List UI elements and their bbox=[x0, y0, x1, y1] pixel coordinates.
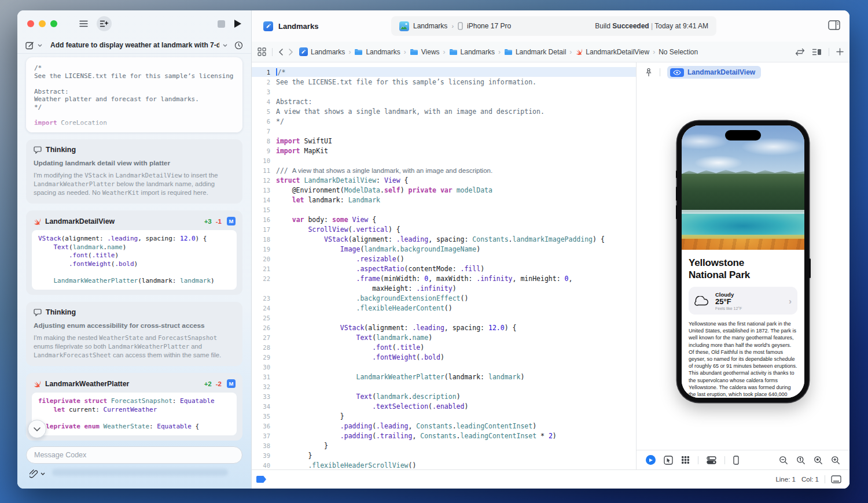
run-button[interactable] bbox=[234, 20, 241, 28]
code-line[interactable]: 14 let landmark: Landmark bbox=[252, 195, 636, 205]
code-line[interactable]: /* bbox=[34, 64, 234, 72]
code-line[interactable]: 37 .padding(.trailing, Constants.leading… bbox=[252, 431, 636, 441]
code-line[interactable]: 16 var body: some View { bbox=[252, 214, 636, 224]
code-line[interactable]: 6*/ bbox=[252, 116, 636, 126]
code-line[interactable]: */ bbox=[34, 103, 234, 112]
code-line[interactable] bbox=[38, 414, 230, 423]
code-line[interactable]: 20 .resizable() bbox=[252, 254, 636, 264]
code-line[interactable]: 4Abstract: bbox=[252, 97, 636, 106]
scheme-selector[interactable]: Landmarks › iPhone 17 Pro Build Succeede… bbox=[391, 16, 716, 36]
attachment-paperclip-icon[interactable] bbox=[30, 469, 38, 478]
code-line[interactable]: 38 } bbox=[252, 441, 636, 450]
device-bezels-icon[interactable] bbox=[733, 456, 739, 465]
project-name[interactable]: Landmarks bbox=[278, 22, 318, 31]
code-line[interactable]: 23 .backgroundExtensionEffect() bbox=[252, 293, 636, 303]
chevron-down-icon[interactable] bbox=[38, 44, 42, 47]
run-destination[interactable]: iPhone 17 Pro bbox=[467, 22, 511, 30]
chevron-down-icon[interactable] bbox=[41, 472, 45, 475]
history-list-icon[interactable] bbox=[76, 16, 91, 31]
code-line[interactable] bbox=[34, 80, 234, 88]
code-line[interactable]: 24 .flexibleHeaderContent() bbox=[252, 303, 636, 313]
scroll-to-bottom-button[interactable] bbox=[28, 420, 46, 438]
quoted-code-card[interactable]: /*See the LICENSE.txt file for this samp… bbox=[26, 57, 242, 132]
code-line[interactable]: 21 .aspectRatio(contentMode: .fill) bbox=[252, 264, 636, 273]
message-input[interactable] bbox=[26, 446, 242, 464]
device-settings-icon[interactable] bbox=[707, 456, 716, 464]
code-line[interactable]: fileprivate enum WeatherState: Equatable… bbox=[38, 423, 230, 431]
code-line[interactable]: 32 bbox=[252, 382, 636, 391]
code-line[interactable]: VStack(alignment: .leading, spacing: 12.… bbox=[38, 235, 230, 243]
code-line[interactable]: 27 Text(landmark.name) bbox=[252, 332, 636, 342]
code-line[interactable]: 35 } bbox=[252, 411, 636, 421]
add-editor-icon[interactable] bbox=[836, 48, 844, 56]
file-change-card-2[interactable]: LandmarkWeatherPlatter +2 -2 M filepriva… bbox=[26, 373, 242, 441]
code-line[interactable] bbox=[38, 268, 230, 277]
source-editor[interactable]: 1/*2See the LICENSE.txt file for this sa… bbox=[252, 62, 637, 469]
code-line[interactable]: 29 .fontWeight(.bold) bbox=[252, 352, 636, 362]
code-line[interactable]: 7 bbox=[252, 126, 636, 136]
assistant-sparkle-icon[interactable] bbox=[97, 16, 112, 31]
iphone-preview[interactable]: YellowstoneNational Park Cloudy 25°F Fee… bbox=[677, 121, 809, 402]
code-line[interactable]: 39 } bbox=[252, 450, 636, 460]
zoom-in-icon[interactable] bbox=[831, 456, 840, 465]
pin-icon[interactable] bbox=[645, 68, 653, 77]
live-preview-button[interactable] bbox=[646, 455, 656, 465]
close-window-button[interactable] bbox=[27, 20, 34, 27]
code-line[interactable]: See the LICENSE.txt file for this sample… bbox=[34, 72, 234, 80]
code-line[interactable]: 28 .font(.title) bbox=[252, 342, 636, 352]
code-line[interactable]: .fontWeight(.bold) bbox=[38, 260, 230, 269]
code-line[interactable]: 25 bbox=[252, 313, 636, 323]
thinking-card-2[interactable]: Thinking Adjusting enum accessibility fo… bbox=[26, 302, 242, 366]
navigate-back-icon[interactable] bbox=[278, 49, 283, 56]
code-line[interactable]: 5A view that shows a single landmark, wi… bbox=[252, 106, 636, 116]
code-line[interactable]: 26 VStack(alignment: .leading, spacing: … bbox=[252, 323, 636, 332]
thinking-card-1[interactable]: Thinking Updating landmark detail view w… bbox=[26, 139, 242, 204]
breadcrumb-item-landmark-detail[interactable]: Landmark Detail bbox=[504, 48, 566, 56]
scheme-name[interactable]: Landmarks bbox=[413, 22, 447, 30]
code-line[interactable]: 17 ScrollView(.vertical) { bbox=[252, 224, 636, 234]
file-location-tag[interactable] bbox=[256, 476, 266, 483]
code-line[interactable]: 3 bbox=[252, 87, 636, 97]
zoom-out-icon[interactable] bbox=[779, 456, 788, 465]
chevron-down-icon[interactable] bbox=[223, 44, 227, 47]
build-status[interactable]: Build Succeeded | Today at 9:41 AM bbox=[515, 22, 708, 30]
new-chat-icon[interactable] bbox=[25, 41, 34, 50]
editor-display-icon[interactable] bbox=[831, 475, 841, 483]
breadcrumb-item-landmarks[interactable]: Landmarks bbox=[299, 47, 345, 56]
chat-thread-title[interactable]: Add feature to display weather at landma… bbox=[50, 41, 219, 49]
code-line[interactable]: Abstract: bbox=[34, 88, 234, 96]
code-line[interactable]: 8import SwiftUI bbox=[252, 136, 636, 146]
zoom-window-button[interactable] bbox=[50, 20, 57, 27]
breadcrumb-item-landmarks[interactable]: Landmarks bbox=[354, 48, 400, 56]
history-clock-icon[interactable] bbox=[234, 41, 243, 50]
editor-options-icon[interactable] bbox=[812, 48, 822, 56]
preview-tab[interactable]: LandmarkDetailView bbox=[667, 66, 761, 79]
weather-platter[interactable]: Cloudy 25°F Feels like 12°F › bbox=[689, 287, 797, 315]
breadcrumb-item-views[interactable]: Views bbox=[410, 48, 440, 56]
navigate-forward-icon[interactable] bbox=[289, 49, 293, 56]
breadcrumb-item-landmarks[interactable]: Landmarks bbox=[449, 48, 495, 56]
code-line[interactable]: LandmarkWeatherPlatter(landmark: landmar… bbox=[38, 277, 230, 286]
code-line[interactable]: Weather platter and forecast for landmar… bbox=[34, 95, 234, 103]
code-line[interactable]: 31 LandmarkWeatherPlatter(landmark: land… bbox=[252, 372, 636, 382]
code-line[interactable]: 11/// A view that shows a single landmar… bbox=[252, 165, 636, 175]
selectable-mode-icon[interactable] bbox=[664, 456, 673, 465]
code-line[interactable]: 18 VStack(alignment: .leading, spacing: … bbox=[252, 234, 636, 244]
code-line[interactable]: 12struct LandmarkDetailView: View { bbox=[252, 175, 636, 185]
code-line[interactable]: 10 bbox=[252, 156, 636, 165]
code-line[interactable]: Text(landmark.name) bbox=[38, 243, 230, 252]
code-line[interactable]: 36 .padding(.leading, Constants.leadingC… bbox=[252, 421, 636, 431]
code-line[interactable]: 33 Text(landmark.description) bbox=[252, 391, 636, 401]
stop-button[interactable] bbox=[218, 20, 225, 28]
code-line[interactable]: 9import MapKit bbox=[252, 146, 636, 156]
swap-editors-icon[interactable] bbox=[795, 48, 805, 56]
code-line[interactable]: 40 .flexibleHeaderScrollView() bbox=[252, 460, 636, 469]
code-line[interactable]: maxHeight: .infinity) bbox=[252, 283, 636, 293]
inspector-toggle-icon[interactable] bbox=[828, 20, 840, 30]
variants-grid-icon[interactable] bbox=[681, 456, 690, 464]
code-line[interactable]: fileprivate struct ForecastSnapshot: Equ… bbox=[38, 397, 230, 406]
code-line[interactable]: 1/* bbox=[252, 67, 636, 77]
code-line[interactable]: 22 .frame(minWidth: 0, maxWidth: .infini… bbox=[252, 273, 636, 283]
code-line[interactable]: .font(.title) bbox=[38, 252, 230, 260]
code-line[interactable]: 19 Image(landmark.backgroundImageName) bbox=[252, 244, 636, 254]
